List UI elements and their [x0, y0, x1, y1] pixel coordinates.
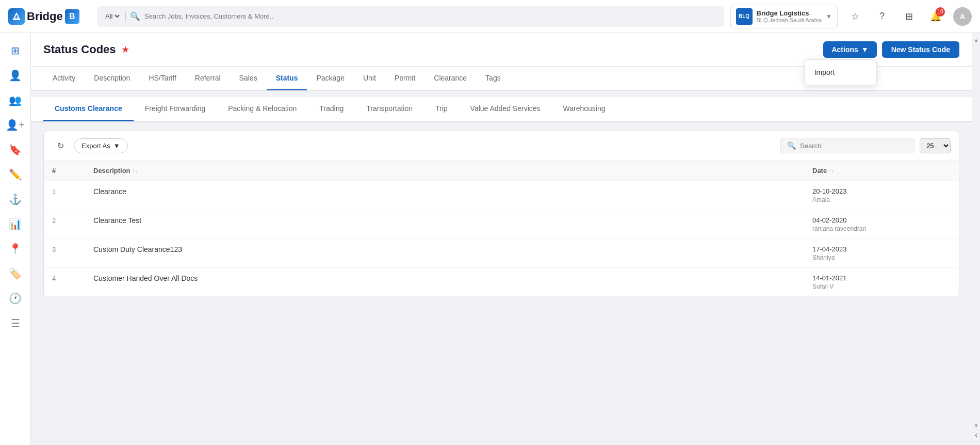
tab-referral[interactable]: Referral [186, 67, 230, 90]
cell-num: 3 [44, 239, 85, 268]
company-name: Bridge Logistics [757, 9, 822, 17]
col-number: # [44, 161, 85, 181]
table-row[interactable]: 1 Clearance 20-10-2023 Amala [44, 181, 959, 210]
table-search-icon: 🔍 [787, 141, 796, 150]
tab-clearance[interactable]: Clearance [424, 67, 476, 90]
company-logo: BLQ [736, 8, 753, 25]
actions-button[interactable]: Actions ▼ [823, 41, 876, 58]
logo-area: Bridge B [8, 8, 91, 25]
sidebar-item-list[interactable]: ☰ [4, 312, 27, 335]
svg-rect-1 [14, 18, 19, 20]
team-icon: 👥 [9, 94, 22, 106]
person-icon: 👤 [9, 69, 22, 82]
sidebar-item-team[interactable]: 👥 [4, 89, 27, 112]
right-panel: ▲ ▼ ‹ [972, 33, 980, 445]
collapse-panel-button[interactable]: ‹ [975, 431, 977, 439]
sidebar-item-tag[interactable]: 🏷️ [4, 262, 27, 285]
sidebar-item-chart[interactable]: 📊 [4, 213, 27, 235]
table-body: 1 Clearance 20-10-2023 Amala 2 Clearance… [44, 181, 959, 297]
table-row[interactable]: 2 Clearance Test 04-02-2020 ranjana rave… [44, 210, 959, 239]
notification-count: 10 [936, 7, 945, 17]
grid-icon: ⊞ [905, 11, 913, 22]
tab-activity[interactable]: Activity [43, 67, 85, 90]
export-chevron-icon: ▼ [113, 142, 120, 150]
subtab-trip[interactable]: Trip [424, 97, 459, 121]
global-search-bar: All 🔍 [97, 6, 724, 27]
sidebar-item-contacts[interactable]: 👤 [4, 64, 27, 87]
tab-unit[interactable]: Unit [354, 67, 385, 90]
refresh-button[interactable]: ↻ [52, 137, 69, 154]
anchor-icon: ⚓ [9, 193, 22, 205]
logo-text: Bridge [27, 10, 63, 23]
export-button[interactable]: Export As ▼ [74, 138, 128, 153]
table-search-input[interactable] [800, 142, 908, 150]
subtab-freight-forwarding[interactable]: Freight Forwarding [134, 97, 217, 121]
scroll-up-arrow[interactable]: ▲ [972, 35, 980, 45]
favorites-button[interactable]: ☆ [846, 7, 864, 26]
per-page-select[interactable]: 25 50 100 [920, 138, 951, 153]
subtab-packing-relocation[interactable]: Packing & Relocation [217, 97, 308, 121]
tab-sales[interactable]: Sales [230, 67, 267, 90]
user-avatar[interactable]: A [953, 7, 972, 26]
table-row[interactable]: 3 Custom Duty Clearance123 17-04-2023 Sh… [44, 239, 959, 268]
sidebar-item-add-user[interactable]: 👤+ [4, 114, 27, 136]
subtab-customs-clearance[interactable]: Customs Clearance [43, 97, 134, 121]
page-header: Status Codes ★ Actions ▼ Import New Stat… [31, 33, 972, 67]
main-content: Status Codes ★ Actions ▼ Import New Stat… [31, 33, 972, 445]
search-filter-select[interactable]: All [103, 12, 121, 21]
edit-icon: ✏️ [9, 168, 22, 181]
notifications-button[interactable]: 🔔 10 [926, 7, 945, 26]
cell-date: 04-02-2020 ranjana raveendran [804, 210, 959, 239]
subtab-trading[interactable]: Trading [308, 97, 355, 121]
help-button[interactable]: ? [873, 7, 891, 26]
tab-hs-tariff[interactable]: HS/Tariff [139, 67, 185, 90]
cell-num: 1 [44, 181, 85, 210]
table-area: ↻ Export As ▼ 🔍 25 50 100 [43, 131, 959, 297]
table-search-box: 🔍 [780, 138, 914, 153]
search-input[interactable] [144, 12, 718, 20]
actions-label: Actions [831, 45, 858, 54]
sidebar-item-location[interactable]: 📍 [4, 237, 27, 260]
subtab-value-added-services[interactable]: Value Added Services [459, 97, 552, 121]
chart-icon: 📊 [9, 218, 22, 230]
search-icon: 🔍 [130, 11, 140, 21]
tab-status[interactable]: Status [267, 67, 307, 90]
new-status-code-button[interactable]: New Status Code [882, 41, 959, 58]
sidebar-item-dashboard[interactable]: ⊞ [4, 39, 27, 62]
scroll-down-arrow[interactable]: ▼ [972, 421, 980, 431]
toolbar-right: 🔍 25 50 100 [780, 138, 951, 153]
cell-num: 2 [44, 210, 85, 239]
tab-package[interactable]: Package [307, 67, 353, 90]
sidebar-item-bookmark[interactable]: 🔖 [4, 138, 27, 161]
subtab-transportation[interactable]: Transportation [355, 97, 424, 121]
header-actions: Actions ▼ Import New Status Code [823, 41, 959, 58]
star-nav-icon: ☆ [851, 11, 859, 22]
table-toolbar: ↻ Export As ▼ 🔍 25 50 100 [44, 131, 959, 161]
top-navigation: Bridge B All 🔍 BLQ Bridge Logistics BLQ … [0, 0, 980, 33]
sidebar-item-edit[interactable]: ✏️ [4, 163, 27, 186]
apps-button[interactable]: ⊞ [900, 7, 918, 26]
col-description[interactable]: Description ↑↓ [85, 161, 804, 181]
col-date[interactable]: Date ↑↓ [804, 161, 959, 181]
cell-description: Clearance Test [85, 210, 804, 239]
tab-description[interactable]: Description [85, 67, 139, 90]
tab-tags[interactable]: Tags [476, 67, 510, 90]
dashboard-icon: ⊞ [11, 44, 20, 57]
sub-tabs: Customs Clearance Freight Forwarding Pac… [31, 97, 972, 122]
company-selector[interactable]: BLQ Bridge Logistics BLQ Jeddah,Saudi Ar… [730, 5, 838, 28]
bookmark-icon: 🔖 [9, 144, 22, 156]
table-row[interactable]: 4 Customer Handed Over All Docs 14-01-20… [44, 268, 959, 297]
sidebar-item-anchor[interactable]: ⚓ [4, 188, 27, 211]
import-menu-item[interactable]: Import [805, 63, 876, 82]
actions-dropdown-wrapper: Actions ▼ Import [823, 41, 876, 58]
favorite-star-icon[interactable]: ★ [121, 44, 129, 55]
location-icon: 📍 [9, 243, 22, 255]
sidebar-item-clock[interactable]: 🕐 [4, 287, 27, 310]
cell-date: 17-04-2023 Shaniya [804, 239, 959, 268]
logo-b-icon: B [69, 12, 75, 21]
subtab-warehousing[interactable]: Warehousing [552, 97, 617, 121]
page-title-area: Status Codes ★ [43, 43, 129, 56]
tab-permit[interactable]: Permit [385, 67, 424, 90]
app-body: ⊞ 👤 👥 👤+ 🔖 ✏️ ⚓ 📊 📍 🏷️ 🕐 [0, 33, 980, 445]
cell-description: Custom Duty Clearance123 [85, 239, 804, 268]
